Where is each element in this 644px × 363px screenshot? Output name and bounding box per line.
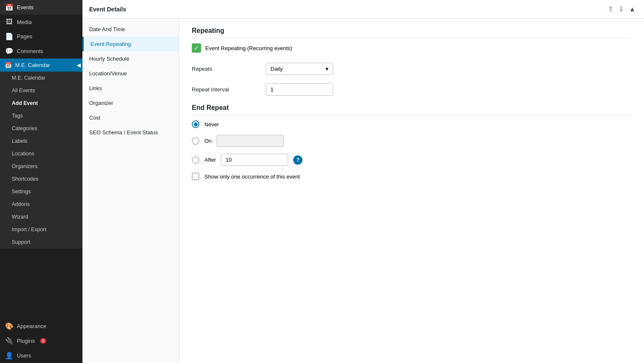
never-radio-inner	[194, 123, 198, 126]
repeats-row: Repeats Daily ▾	[192, 63, 631, 75]
show-one-occurrence-checkbox[interactable]	[192, 173, 199, 180]
events-icon: 📅	[5, 3, 13, 11]
sidebar-submenu: M.E. Calendar All Events Add Event Tags …	[0, 72, 82, 248]
never-radio[interactable]	[192, 120, 199, 128]
panel-title: Event Details	[89, 6, 126, 13]
on-radio[interactable]	[192, 137, 199, 145]
users-icon: 👤	[5, 352, 13, 360]
sidebar-item-appearance[interactable]: 🎨 Appearance	[0, 319, 82, 334]
repeats-dropdown-icon: ▾	[326, 66, 329, 72]
never-row: Never	[192, 120, 631, 128]
sidebar-arrow-icon: ◀	[77, 59, 82, 72]
sidebar-sub-addons[interactable]: Addons	[0, 198, 82, 211]
sidebar-sub-settings[interactable]: Settings	[0, 185, 82, 198]
nav-location-venue[interactable]: Location/Venue	[82, 66, 179, 81]
sidebar-sub-shortcodes[interactable]: Shortcodes	[0, 173, 82, 185]
never-label: Never	[204, 121, 219, 128]
after-input[interactable]	[221, 154, 288, 166]
event-repeating-label: Event Repeating (Recurring events)	[205, 45, 292, 51]
sidebar-sub-support[interactable]: Support	[0, 236, 82, 248]
comments-icon: 💬	[5, 47, 13, 55]
panel-body: Date And Time Event Repeating Hourly Sch…	[82, 19, 644, 363]
sidebar-sub-tags[interactable]: Tags	[0, 109, 82, 122]
repeat-interval-input[interactable]	[266, 83, 333, 96]
nav-links[interactable]: Links	[82, 81, 179, 96]
sidebar-item-comments[interactable]: 💬 Comments	[0, 44, 82, 59]
panel-down-button[interactable]: ⇩	[617, 4, 625, 14]
media-icon: 🖼	[5, 18, 13, 26]
repeats-select[interactable]: Daily ▾	[266, 63, 333, 75]
panel-nav: Date And Time Event Repeating Hourly Sch…	[82, 19, 179, 363]
sidebar-sub-labels[interactable]: Labels	[0, 135, 82, 147]
appearance-icon: 🎨	[5, 322, 13, 330]
plugins-icon: 🔌	[5, 337, 13, 345]
main-content: Event Details ⇧ ⇩ ▲ Date And Time Event …	[82, 0, 644, 363]
nav-date-time[interactable]: Date And Time	[82, 22, 179, 37]
on-date-input[interactable]	[217, 135, 284, 147]
on-row: On	[192, 135, 631, 147]
sidebar-sub-categories[interactable]: Categories	[0, 122, 82, 135]
sidebar-sub-import-export[interactable]: Import / Export	[0, 223, 82, 236]
repeats-value: Daily	[270, 66, 283, 72]
after-row: After ?	[192, 154, 631, 166]
show-one-occurrence-row: Show only one occurrence of this event	[192, 173, 631, 180]
sidebar-item-media[interactable]: 🖼 Media	[0, 15, 82, 29]
repeat-interval-label: Repeat Interval	[192, 86, 259, 93]
nav-cost[interactable]: Cost	[82, 110, 179, 125]
repeat-interval-row: Repeat Interval	[192, 83, 631, 96]
panel-expand-button[interactable]: ▲	[627, 4, 637, 14]
after-radio[interactable]	[192, 156, 199, 164]
sidebar-item-me-calendar[interactable]: 📆 M.E. Calendar ◀	[0, 59, 82, 72]
sidebar-sub-wizard[interactable]: Wizard	[0, 211, 82, 223]
end-repeat-title: End Repeat	[192, 104, 631, 115]
sidebar-sub-me-calendar[interactable]: M.E. Calendar	[0, 72, 82, 84]
sidebar-sub-all-events[interactable]: All Events	[0, 84, 82, 97]
panel-header: Event Details ⇧ ⇩ ▲	[82, 0, 644, 19]
panel-up-button[interactable]: ⇧	[606, 4, 615, 14]
nav-seo-schema[interactable]: SEO Schema / Event Status	[82, 125, 179, 140]
after-help-icon[interactable]: ?	[293, 155, 302, 165]
sidebar-item-pages[interactable]: 📄 Pages	[0, 29, 82, 44]
sidebar-item-events[interactable]: 📅 Events	[0, 0, 82, 15]
on-label: On	[204, 138, 212, 144]
plugins-badge: 4	[40, 338, 47, 344]
pages-icon: 📄	[5, 32, 13, 40]
event-repeating-checkbox-row: ✓ Event Repeating (Recurring events)	[192, 43, 631, 53]
sidebar-sub-add-event[interactable]: Add Event	[0, 97, 82, 109]
end-repeat-section: End Repeat Never On	[192, 104, 631, 180]
event-repeating-checkbox[interactable]: ✓	[192, 43, 201, 53]
sidebar-sub-organizers[interactable]: Organizers	[0, 160, 82, 173]
nav-event-repeating[interactable]: Event Repeating	[82, 37, 179, 51]
nav-organizer[interactable]: Organizer	[82, 96, 179, 110]
panel-content: Repeating ✓ Event Repeating (Recurring e…	[179, 19, 644, 363]
sidebar-item-users[interactable]: 👤 Users	[0, 348, 82, 363]
calendar-icon: 📆	[5, 62, 12, 68]
show-one-occurrence-label: Show only one occurrence of this event	[204, 173, 300, 180]
repeats-label: Repeats	[192, 66, 259, 72]
sidebar: 📅 Events 🖼 Media 📄 Pages 💬 Comments 📆 M.…	[0, 0, 82, 363]
sidebar-item-plugins[interactable]: 🔌 Plugins 4	[0, 334, 82, 348]
panel-controls: ⇧ ⇩ ▲	[606, 4, 637, 14]
after-label: After	[204, 157, 216, 163]
nav-hourly-schedule[interactable]: Hourly Schedule	[82, 51, 179, 66]
repeating-section-title: Repeating	[192, 27, 631, 38]
sidebar-sub-locations[interactable]: Locations	[0, 147, 82, 160]
event-details-panel: Event Details ⇧ ⇩ ▲ Date And Time Event …	[82, 0, 644, 363]
